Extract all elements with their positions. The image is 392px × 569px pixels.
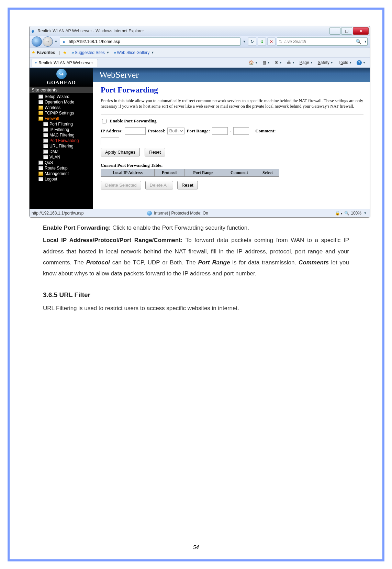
suggested-sites-link[interactable]: e Suggested Sites▼ <box>71 48 110 57</box>
page-menu[interactable]: PPageage▼ <box>298 59 315 66</box>
status-url: http://192.168.1.1/portfw.asp <box>32 211 83 216</box>
close-button[interactable]: ✕ <box>353 27 369 35</box>
svg-line-1 <box>281 42 282 43</box>
ie-icon: e <box>32 29 34 34</box>
protocol-select[interactable]: Both <box>167 128 184 134</box>
url-input[interactable] <box>68 39 240 45</box>
nav-port-forwarding[interactable]: Port Forwarding <box>32 138 93 143</box>
th-select: Select <box>256 169 279 176</box>
mail-button[interactable]: ✉▼ <box>273 59 284 66</box>
browser-window: e Realtek WLAN AP Webserver - Windows In… <box>29 26 370 218</box>
window-title: Realtek WLAN AP Webserver - Windows Inte… <box>37 29 329 33</box>
nav-tree: Setup Wizard Operation Mode Wireless TCP… <box>30 93 93 185</box>
nav-route-setup[interactable]: Route Setup <box>32 165 93 171</box>
page-description: Entries in this table allow you to autom… <box>101 98 363 109</box>
search-input[interactable] <box>284 39 354 44</box>
enable-checkbox[interactable] <box>102 119 107 123</box>
maximize-button[interactable]: ▢ <box>341 27 352 35</box>
zone-icon <box>147 211 152 216</box>
p2-i3: Comments <box>299 259 329 266</box>
p2-t3: is for data transmission. <box>230 259 299 266</box>
port-range-sep: - <box>230 128 231 134</box>
nav-management[interactable]: Management <box>32 171 93 176</box>
tools-menu[interactable]: Tools▼ <box>336 59 354 66</box>
th-protocol: Protocol <box>154 169 184 176</box>
search-icon <box>279 39 282 44</box>
page-content: ↪ GOAHEAD Site contents: Setup Wizard Op… <box>30 67 370 209</box>
nav-port-filtering[interactable]: Port Filtering <box>32 121 93 127</box>
print-button[interactable]: 🖶▼ <box>285 59 297 66</box>
address-bar[interactable]: e <box>60 37 240 46</box>
nav-operation-mode[interactable]: Operation Mode <box>32 99 93 105</box>
search-box[interactable]: 🔍 ▼ <box>277 37 368 46</box>
delete-all-button[interactable]: Delete All <box>145 181 173 189</box>
protected-mode-icon[interactable]: 🔓▼ <box>335 211 343 216</box>
add-favorite-icon[interactable]: ★ <box>63 50 67 55</box>
page-number: 54 <box>12 544 380 551</box>
back-button[interactable]: ← <box>32 36 42 47</box>
stop-button[interactable]: ✕ <box>267 37 276 46</box>
brand-header: ↪ GOAHEAD <box>30 68 93 87</box>
status-zone: Internet | Protected Mode: On <box>154 211 208 216</box>
port-from-input[interactable] <box>212 127 228 135</box>
ip-input[interactable] <box>125 127 146 135</box>
favorites-label[interactable]: Favorites <box>37 50 55 55</box>
comment-input[interactable] <box>101 138 119 145</box>
banner-title: WebServer <box>93 68 370 82</box>
zoom-dropdown[interactable]: ▼ <box>363 208 368 218</box>
nav-setup-wizard[interactable]: Setup Wizard <box>32 94 93 99</box>
url-dropdown[interactable]: ▼ <box>242 37 247 46</box>
p2-bold: Local IP Address/Protocol/Port Range/Com… <box>43 237 182 243</box>
delete-selected-button[interactable]: Delete Selected <box>101 181 141 189</box>
section-heading: 3.6.5 URL Filter <box>43 289 349 301</box>
nav-ip-filtering[interactable]: IP Filtering <box>32 127 93 132</box>
brand-arrow-icon: ↪ <box>56 69 67 79</box>
tab-bar: e Realtek WLAN AP Webserver 🏠▼ ▦▼ ✉▼ 🖶▼ … <box>30 57 370 67</box>
minimize-button[interactable]: ─ <box>329 27 340 35</box>
port-to-input[interactable] <box>233 127 249 135</box>
nav-vlan[interactable]: VLAN <box>32 154 93 160</box>
page-heading: Port Forwarding <box>101 86 363 95</box>
document-body: Enable Port Forwarding: Click to enable … <box>43 222 349 314</box>
reset-button[interactable]: Reset <box>145 148 165 156</box>
help-button[interactable]: ?▼ <box>355 59 368 66</box>
nav-tcpip[interactable]: TCP/IP Settings <box>32 110 93 116</box>
nav-dmz[interactable]: DMZ <box>32 149 93 154</box>
search-go-icon[interactable]: 🔍 <box>356 39 361 44</box>
nav-firewall[interactable]: Firewall <box>32 116 93 121</box>
p3: URL Filtering is used to restrict users … <box>43 303 349 314</box>
enable-label: Enable Port Forwarding <box>110 118 157 124</box>
zoom-level: 100% <box>351 211 361 216</box>
tab-active[interactable]: e Realtek WLAN AP Webserver <box>32 59 98 67</box>
table-title: Current Port Forwarding Table: <box>101 163 363 168</box>
web-slice-gallery-link[interactable]: e Web Slice Gallery▼ <box>114 48 155 57</box>
titlebar: e Realtek WLAN AP Webserver - Windows In… <box>30 26 370 36</box>
forward-button[interactable]: → <box>43 36 53 47</box>
history-dropdown[interactable]: ▼ <box>54 37 58 46</box>
favorites-star-icon[interactable]: ★ <box>32 50 35 55</box>
refresh-button[interactable]: ↻ <box>248 37 256 46</box>
feeds-button[interactable]: ▦▼ <box>260 59 272 66</box>
status-bar: http://192.168.1.1/portfw.asp Internet |… <box>30 209 370 217</box>
main-panel: WebServer Port Forwarding Entries in thi… <box>93 68 370 209</box>
navbar: ← → ▼ e ▼ ↻ ↯ ✕ 🔍 ▼ <box>30 36 370 47</box>
favorites-bar: ★ Favorites | ★ e Suggested Sites▼ e Web… <box>30 47 370 57</box>
nav-logout[interactable]: Logout <box>32 176 93 182</box>
th-ip: Local IP Address <box>101 169 155 176</box>
ip-label: IP Address: <box>101 128 123 134</box>
nav-qos[interactable]: QoS <box>32 160 93 165</box>
tab-label: Realtek WLAN AP Webserver <box>38 61 93 65</box>
safety-menu[interactable]: Safety▼ <box>316 59 335 66</box>
nav-wireless[interactable]: Wireless <box>32 105 93 110</box>
comment-label: Comment: <box>255 128 276 134</box>
go-button[interactable]: ↯ <box>258 37 266 46</box>
search-dropdown[interactable]: ▼ <box>363 37 367 46</box>
nav-url-filtering[interactable]: URL Filtering <box>32 143 93 149</box>
zoom-icon[interactable]: 🔍 <box>344 211 349 216</box>
nav-mac-filtering[interactable]: MAC Filtering <box>32 132 93 138</box>
brand-text: GOAHEAD <box>47 80 76 86</box>
reset-table-button[interactable]: Reset <box>177 181 198 189</box>
home-button[interactable]: 🏠▼ <box>247 59 260 66</box>
apply-button[interactable]: Apply Changes <box>101 148 140 156</box>
th-range: Port Range <box>184 169 222 176</box>
